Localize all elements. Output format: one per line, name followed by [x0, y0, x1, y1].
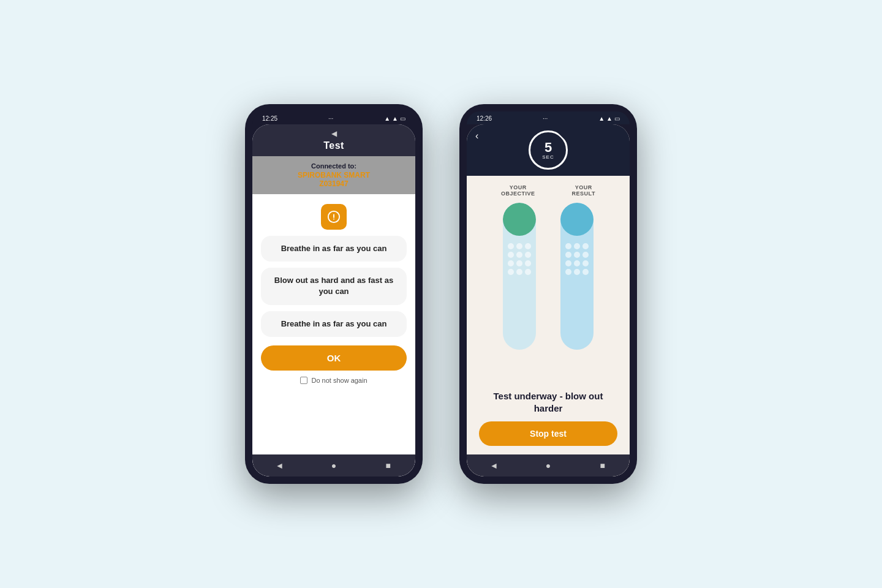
tubes-container [503, 203, 594, 384]
phone1-app-header: ◀ Test [252, 124, 415, 156]
result-tube-bubbles [560, 239, 594, 350]
signal-icon: ▲ [384, 115, 390, 122]
objective-tube-bubbles [503, 239, 536, 350]
status-time-2: 12:26 [477, 115, 492, 122]
nav-home-button-1[interactable]: ● [328, 459, 340, 472]
stop-test-button[interactable]: Stop test [479, 421, 617, 446]
connected-label: Connected to: [260, 162, 408, 170]
ok-button[interactable]: OK [261, 345, 407, 371]
phone2-nav-bar: ◄ ● ■ [467, 454, 630, 477]
svg-point-2 [333, 219, 334, 220]
instruction-card-3: Breathe in as far as you can [261, 311, 407, 337]
objective-tube-wrapper [503, 203, 536, 362]
result-tube-cap [560, 203, 594, 236]
alert-icon [321, 204, 347, 230]
status-icons-2: ··· [543, 115, 548, 122]
status-icons-1: ··· [328, 115, 333, 122]
device-name: SPIROBANK SMART Z031947 [260, 171, 408, 188]
phone2-back-arrow[interactable]: ‹ [475, 130, 478, 141]
nav-back-button-2[interactable]: ◄ [488, 459, 500, 472]
nav-back-button-1[interactable]: ◄ [273, 459, 285, 472]
nav-recent-button-2[interactable]: ■ [597, 459, 609, 472]
objective-label: YOUROBJECTIVE [501, 184, 535, 197]
result-tube-wrapper [560, 203, 594, 362]
status-bar-1: 12:25 ··· ▲ ▲ ▭ [252, 111, 415, 124]
wifi-icon: ▲ [392, 115, 398, 122]
battery-icon-2: ▭ [614, 115, 620, 122]
do-not-show-row: Do not show again [300, 377, 367, 384]
battery-icon: ▭ [400, 115, 405, 122]
do-not-show-label: Do not show again [311, 377, 367, 384]
timer-value: 5 [545, 141, 552, 154]
test-status-text: Test underway - blow out harder [479, 390, 617, 414]
objective-tube [503, 203, 536, 350]
status-time-1: 12:25 [262, 115, 277, 122]
status-bar-2: 12:26 ··· ▲ ▲ ▭ [467, 111, 630, 124]
columns-header: YOUROBJECTIVE YOURRESULT [479, 184, 617, 197]
do-not-show-checkbox[interactable] [300, 377, 307, 384]
phone-2: 12:26 ··· ▲ ▲ ▭ ‹ 5 SEC YOUROBJECTIVE YO… [459, 104, 637, 484]
objective-tube-cap [503, 203, 536, 236]
instruction-card-2: Blow out as hard and as fast as you can [261, 268, 407, 304]
phone-1: 12:25 ··· ▲ ▲ ▭ ◀ Test Connected to: SPI… [245, 104, 423, 484]
phone1-connected-section: Connected to: SPIROBANK SMART Z031947 [252, 156, 415, 194]
phone1-title: Test [260, 140, 408, 151]
timer-circle: 5 SEC [529, 130, 568, 170]
signal-icon-2: ▲ [598, 115, 605, 122]
instruction-card-1: Breathe in as far as you can [261, 236, 407, 262]
timer-unit: SEC [542, 154, 554, 160]
nav-recent-button-1[interactable]: ■ [382, 459, 394, 472]
result-tube [560, 203, 594, 350]
phone2-screen: ‹ 5 SEC YOUROBJECTIVE YOURRESULT [467, 124, 630, 477]
phone1-nav-bar: ◄ ● ■ [252, 454, 415, 477]
phone2-main-content: YOUROBJECTIVE YOURRESULT [467, 176, 630, 454]
wifi-icon-2: ▲ [606, 115, 612, 122]
signal-group-2: ▲ ▲ ▭ [598, 115, 620, 122]
phone2-app-header: ‹ 5 SEC [467, 124, 630, 176]
phone1-screen: ◀ Test Connected to: SPIROBANK SMART Z03… [252, 124, 415, 477]
nav-home-button-2[interactable]: ● [542, 459, 554, 472]
result-label: YOURRESULT [572, 184, 595, 197]
signal-group-1: ▲ ▲ ▭ [384, 115, 405, 122]
phone1-dialog: Breathe in as far as you can Blow out as… [252, 194, 415, 454]
